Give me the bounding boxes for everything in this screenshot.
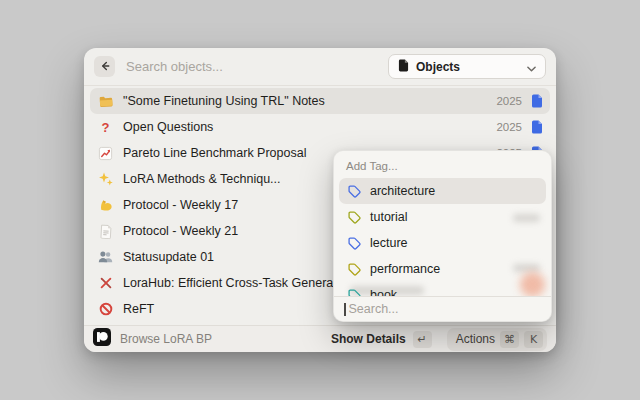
tag-item[interactable]: tutorial: [339, 204, 546, 230]
list-item-year: 2025: [496, 95, 522, 107]
tag-icon: [348, 211, 361, 224]
biceps-icon: [97, 197, 114, 213]
anytype-logo-icon: [93, 328, 111, 350]
enter-key-badge: ↵: [413, 331, 432, 348]
question-mark-icon: ?: [97, 121, 114, 134]
back-button[interactable]: [94, 56, 115, 77]
sparkles-icon: [97, 171, 114, 187]
tag-search-placeholder: Search...: [349, 302, 399, 316]
tag-label: book: [370, 288, 397, 296]
tag-item[interactable]: lecture: [339, 230, 546, 256]
app-label: Browse LoRA BP: [120, 332, 212, 346]
tag-icon: [348, 237, 361, 250]
add-tag-popup: Add Tag... architecturetutoriallecturepe…: [333, 150, 552, 322]
tag-item[interactable]: book: [339, 282, 546, 296]
blue-document-icon: [531, 94, 543, 108]
search-input[interactable]: [126, 59, 388, 74]
page-icon: [97, 224, 114, 239]
x-mark-icon: [97, 276, 114, 290]
tag-label: performance: [370, 262, 440, 276]
arrow-left-icon: [99, 58, 111, 76]
folder-icon: [97, 94, 114, 109]
text-caret: [344, 303, 346, 316]
chevron-down-icon: [527, 58, 536, 76]
objects-filter-dropdown[interactable]: Objects: [388, 54, 546, 79]
tag-icon: [348, 289, 361, 297]
tag-label: lecture: [370, 236, 408, 250]
chart-up-icon: [97, 146, 114, 161]
show-details-button[interactable]: Show Details ↵: [328, 329, 435, 350]
k-key-badge: K: [524, 331, 543, 348]
search-header: Objects: [84, 48, 556, 86]
no-entry-icon: [97, 302, 114, 316]
people-icon: [97, 250, 114, 264]
list-item-year: 2025: [496, 121, 522, 133]
tag-icon: [348, 185, 361, 198]
tag-search-input[interactable]: Search...: [334, 296, 551, 321]
tag-label: architecture: [370, 184, 435, 198]
popup-title: Add Tag...: [334, 151, 551, 178]
blue-document-icon: [531, 120, 543, 134]
list-item[interactable]: ?Open Questions2025: [90, 114, 550, 140]
tag-label: tutorial: [370, 210, 408, 224]
tag-item[interactable]: performance: [339, 256, 546, 282]
tag-list: architecturetutoriallectureperformancebo…: [334, 178, 551, 296]
tag-icon: [348, 263, 361, 276]
actions-button[interactable]: Actions ⌘ K: [447, 328, 547, 351]
cmd-key-badge: ⌘: [500, 331, 519, 348]
list-item-label: Open Questions: [123, 120, 496, 134]
list-item-label: "Some Finetuning Using TRL" Notes: [123, 94, 496, 108]
command-palette-window: Objects "Some Finetuning Using TRL" Note…: [84, 48, 556, 352]
list-item[interactable]: "Some Finetuning Using TRL" Notes2025: [90, 88, 550, 114]
tag-item[interactable]: architecture: [339, 178, 546, 204]
filter-selected-value: Objects: [416, 60, 460, 74]
action-bar: Browse LoRA BP Show Details ↵ Actions ⌘ …: [84, 325, 556, 352]
document-icon: [398, 58, 409, 76]
